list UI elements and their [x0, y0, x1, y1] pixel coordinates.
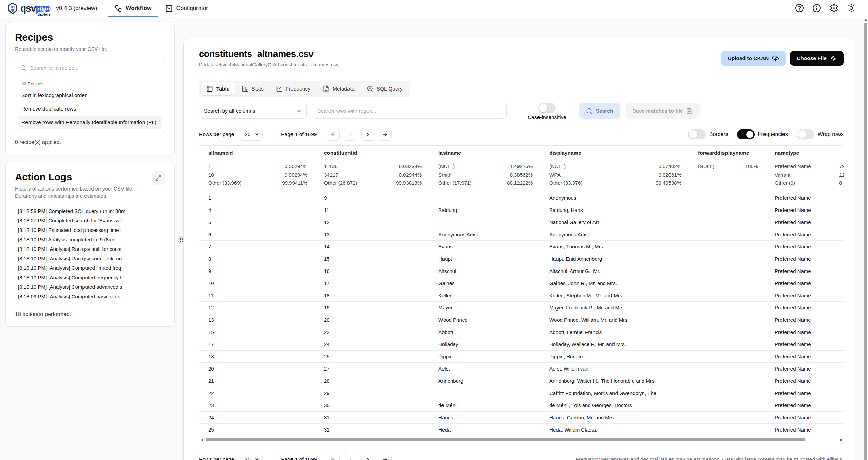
next-page-button[interactable] — [361, 128, 374, 141]
horizontal-scrollbar-thumb[interactable] — [206, 438, 805, 441]
log-entry: [8:18:10 PM] Analysis completed in: 978m… — [15, 235, 165, 244]
nav-tab-workflow[interactable]: Workflow — [108, 0, 158, 17]
table-row[interactable]: 916AltschulAltschul, Arthur G., Mr.Prefe… — [199, 265, 844, 277]
tab-stats[interactable]: Stats — [236, 82, 269, 95]
search-scope-select[interactable]: Search by all columns — [199, 103, 307, 119]
table-row[interactable]: 1522AbbottAbbott, Lemuel FrancisPreferre… — [199, 326, 844, 338]
upload-to-ckan-button[interactable]: Upload to CKAN — [721, 51, 786, 66]
table-cell — [689, 216, 766, 228]
horizontal-scrollbar[interactable] — [199, 436, 844, 444]
last-page-button[interactable] — [379, 128, 392, 141]
frequency-row: Variant12 — [775, 171, 844, 179]
tab-frequency[interactable]: Frequency — [270, 82, 316, 95]
view-tabs: TableStatsFrequencyMetadataSQL Query — [199, 81, 410, 97]
table-row[interactable]: 1825PippinPippin, HoracePreferred Name — [199, 350, 844, 362]
table-cell — [689, 399, 766, 411]
table-row[interactable]: 2229Cafritz Foundation, Morris and Gwend… — [199, 387, 844, 399]
table-cell — [689, 301, 766, 314]
table-row[interactable]: 1320Wood PrinceWood Prince, William, Mr.… — [199, 314, 844, 326]
table-cell — [689, 204, 766, 216]
recipe-item[interactable]: Remove rows with Personally Identifiable… — [18, 116, 162, 129]
toggle-borders[interactable] — [688, 129, 706, 139]
settings-button[interactable] — [830, 4, 838, 14]
nav-tab-label: Configurator — [176, 5, 208, 12]
table-row[interactable]: 815HauptHaupt, Enid AnnenbergPreferred N… — [199, 253, 844, 265]
rows-per-page-select[interactable]: 20 — [240, 453, 263, 460]
table-row[interactable]: 2128AnnenbergAnnenberg, Walter H., The H… — [199, 375, 844, 387]
save-matches-button[interactable]: Save matches to file — [626, 103, 700, 119]
recipes-applied-count: 0 recipe(s) applied. — [15, 139, 165, 145]
qsvpro-logo: qsv qsvprodatHere — [7, 0, 51, 17]
rows-per-page-select[interactable]: 20 — [240, 128, 263, 141]
case-insensitive-toggle[interactable] — [538, 103, 556, 113]
theme-button[interactable] — [847, 4, 856, 14]
tab-table[interactable]: Table — [201, 82, 235, 95]
prev-page-button[interactable] — [344, 453, 357, 460]
table-row[interactable]: 1219MayerMayer, Frederick R., Mr. and Mr… — [199, 301, 844, 314]
next-page-button[interactable] — [361, 453, 374, 460]
table-row[interactable]: 2027AelstAelst, Willem vanPreferred Name — [199, 362, 844, 375]
column-header-nametype[interactable]: nametypePreferred Name79Variant12Other (… — [766, 146, 844, 192]
tab-metadata[interactable]: Metadata — [317, 82, 360, 95]
table-row[interactable]: 2431HanesHanes, Gordon, Mr. and Mrs.Pref… — [199, 411, 844, 423]
recipe-item[interactable]: Sort in lexicographical order — [18, 88, 162, 102]
vertical-scrollbar[interactable] — [863, 17, 868, 460]
scroll-left-arrow-icon[interactable] — [201, 438, 203, 442]
table-cell: 15 — [199, 326, 315, 338]
tab-sql-query[interactable]: SQL Query — [361, 82, 409, 95]
frequency-value: 10 — [208, 171, 214, 179]
table-cell — [689, 326, 766, 338]
first-page-button[interactable] — [327, 453, 340, 460]
table-row[interactable]: 1118KellenKellen, Stephen M., Mr. and Mr… — [199, 289, 844, 301]
panel-resize-divider[interactable] — [181, 17, 181, 460]
column-header-lastname[interactable]: lastname(NULL)11.49216%Smith0.38562%Othe… — [429, 146, 540, 192]
table-row[interactable]: 1724HolladayHolladay, Wallace F., Mr. an… — [199, 338, 844, 350]
table-row[interactable]: 2532HedaHeda, Willem ClaeszPreferred Nam… — [199, 423, 844, 436]
table-row[interactable]: 1017GainesGaines, John R., Mr. and Mrs.P… — [199, 277, 844, 289]
column-name: altnameid — [208, 150, 307, 159]
scroll-right-arrow-icon[interactable] — [840, 438, 842, 442]
table-cell: Heda — [429, 423, 540, 436]
table-cell: Altschul — [429, 265, 540, 277]
table-row[interactable]: 512National Gallery of ArtPreferred Name — [199, 216, 844, 228]
expand-logs-button[interactable] — [152, 171, 165, 185]
help-button[interactable] — [795, 4, 804, 14]
recipe-search-input[interactable] — [30, 65, 160, 71]
last-page-button[interactable] — [379, 453, 392, 460]
frequency-row: 100.00294% — [208, 171, 307, 179]
toggle-frequencies[interactable] — [737, 129, 755, 139]
help-icon — [795, 4, 804, 13]
rows-per-page-value: 20 — [245, 131, 250, 137]
choose-file-button[interactable]: Choose File — [790, 51, 844, 66]
column-header-displayname[interactable]: displayname(NULL)0.57402%WPA0.02061%Othe… — [540, 146, 689, 192]
first-page-button[interactable] — [327, 128, 340, 141]
table-cell: 16 — [315, 265, 429, 277]
table-row[interactable]: 613Anonymous ArtistAnonymous ArtistPrefe… — [199, 228, 844, 240]
scroll-up-arrow-icon[interactable] — [864, 19, 867, 21]
log-list[interactable]: [8:18:58 PM] Completed SQL query run in:… — [15, 206, 165, 304]
view-tab-label: Frequency — [286, 86, 310, 92]
table-cell: 11 — [315, 204, 429, 216]
table-row[interactable]: 714EvansEvans, Thomas M., Mrs.Preferred … — [199, 240, 844, 253]
column-header-altnameid[interactable]: altnameid10.00294%100.00294%Other (33,96… — [199, 146, 315, 192]
recipes-panel: Recipes Reusable scripts to modify your … — [5, 22, 175, 155]
topbar-actions — [795, 0, 856, 17]
page-body: Recipes Reusable scripts to modify your … — [0, 17, 868, 460]
frequency-value: Other (17,971) — [438, 179, 472, 187]
toggle-wrap-rows[interactable] — [797, 129, 814, 139]
log-entry: [8:18:10 PM] [Analysis] Ran qsv sniff fo… — [15, 244, 165, 254]
vertical-scrollbar-thumb[interactable] — [864, 23, 867, 460]
regex-search-input[interactable] — [312, 103, 507, 119]
search-button[interactable]: Search — [579, 103, 620, 119]
table-row[interactable]: 2330de Ménilde Ménil, Lois and Georges, … — [199, 399, 844, 411]
table-row[interactable]: 411BaldungBaldung, HansPreferred Name — [199, 204, 844, 216]
info-button[interactable] — [812, 4, 821, 14]
column-header-forwarddisplayname[interactable]: forwarddisplayname(NULL)100% — [689, 146, 766, 192]
data-table[interactable]: altnameid10.00294%100.00294%Other (33,96… — [199, 146, 844, 436]
nav-tab-configurator[interactable]: Configurator — [158, 0, 215, 17]
prev-page-button[interactable] — [344, 128, 357, 141]
table-row[interactable]: 19AnonymousPreferred Name — [199, 192, 844, 204]
table-cell: 25 — [315, 350, 429, 362]
recipe-item[interactable]: Remove duplicate rows — [18, 102, 162, 116]
column-header-constituentid[interactable]: constituentid111360.03238%342170.02944%O… — [315, 146, 429, 192]
